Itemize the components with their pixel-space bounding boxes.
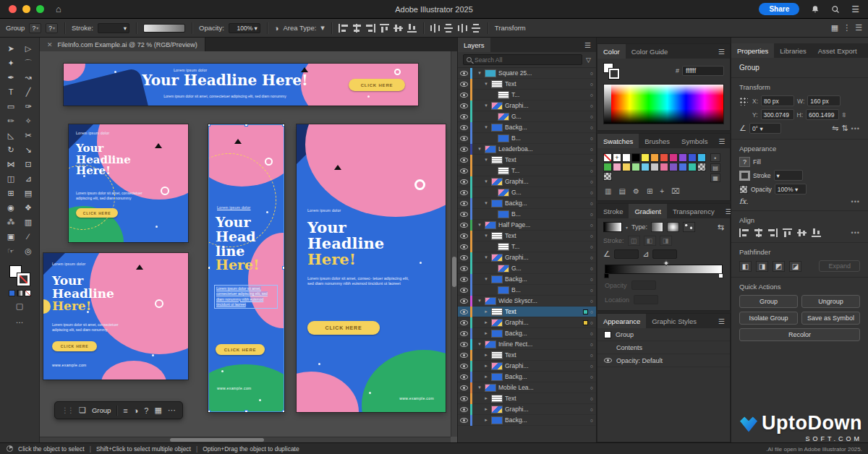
reference-point-locator[interactable] xyxy=(739,97,748,106)
share-button[interactable]: Share xyxy=(759,3,799,15)
context-task-bar[interactable]: ⋮⋮ ❏ Group ≡ ◑ ? ▦ ⋯ xyxy=(54,401,183,419)
tab-brushes[interactable]: Brushes xyxy=(639,134,676,148)
perspective-grid-tool[interactable]: ⊿ xyxy=(20,171,37,186)
layer-row[interactable]: ▸Graphi...○ xyxy=(458,404,596,415)
group-button[interactable]: Group xyxy=(739,295,798,308)
notifications-bell-icon[interactable] xyxy=(811,5,820,14)
workspace-menu-icon[interactable]: ☰ xyxy=(855,23,862,33)
scissors-tool[interactable]: ✂ xyxy=(20,128,37,142)
expand-chevron-icon[interactable]: ▸ xyxy=(483,363,489,369)
document-tab[interactable]: ✕ FileInfo.com Example.ai @ 72 % (RGB/Pr… xyxy=(40,38,205,51)
swatch-view-small-icon[interactable]: ▪ xyxy=(710,153,720,162)
target-icon[interactable]: ○ xyxy=(590,364,593,369)
swatch[interactable] xyxy=(622,163,631,171)
stop-opacity-field[interactable] xyxy=(631,280,656,290)
expand-chevron-icon[interactable]: ▾ xyxy=(483,157,489,163)
panel-menu-icon[interactable]: ☰ xyxy=(713,44,730,59)
opacity-field[interactable]: 100% ▾ xyxy=(775,184,807,194)
tab-symbols[interactable]: Symbols xyxy=(676,134,713,148)
stroke-gradient-along-icon[interactable]: ◧ xyxy=(644,236,656,246)
appearance-row-group[interactable]: Group xyxy=(597,328,730,341)
align-right-icon[interactable] xyxy=(366,24,375,33)
appearance-row-contents[interactable]: Contents xyxy=(597,341,730,354)
expand-chevron-icon[interactable]: ▸ xyxy=(483,417,489,423)
visibility-eye-icon[interactable] xyxy=(460,136,468,141)
target-icon[interactable]: ○ xyxy=(590,136,593,141)
reverse-gradient-icon[interactable]: ⇆ xyxy=(718,223,724,232)
target-icon[interactable]: ○ xyxy=(590,244,593,249)
stroke-weight-field[interactable]: ▾ xyxy=(98,23,129,33)
arrange-icon[interactable]: ≡ xyxy=(123,406,127,415)
layer-row[interactable]: ▾Inline Rect...○ xyxy=(458,339,596,350)
free-transform-tool[interactable]: ⊡ xyxy=(20,157,37,171)
visibility-eye-icon[interactable] xyxy=(460,168,468,174)
distribute-horizontal-icon[interactable] xyxy=(430,24,440,33)
transform-x-field[interactable]: 80 px xyxy=(761,95,794,106)
layer-row[interactable]: ▾Backg...○ xyxy=(458,198,596,209)
stop-location-field[interactable] xyxy=(634,295,658,304)
eraser-tool[interactable]: ◺ xyxy=(2,128,20,142)
panel-menu-icon[interactable]: ☰ xyxy=(713,134,730,148)
pen-tool[interactable]: ✒ xyxy=(2,70,20,85)
visibility-eye-icon[interactable] xyxy=(460,288,468,293)
align-right-icon[interactable] xyxy=(768,228,778,237)
transform-h-field[interactable]: 600.1499 xyxy=(806,109,839,120)
arrange-documents-icon[interactable]: ▦ xyxy=(831,23,838,33)
align-horizontal-center-icon[interactable] xyxy=(754,228,763,237)
selection-tool[interactable]: ➤ xyxy=(2,41,20,56)
selection-handle[interactable] xyxy=(208,266,210,270)
tab-asset-export[interactable]: Asset Export xyxy=(812,43,863,58)
pathfinder-minus-front-icon[interactable]: ◨ xyxy=(756,261,768,272)
layer-row[interactable]: T...○ xyxy=(458,90,596,100)
gradient-angle-field[interactable] xyxy=(614,249,639,259)
layer-row[interactable]: ▾Graphi...○ xyxy=(458,176,596,187)
more-options-icon[interactable]: ••• xyxy=(851,229,860,236)
fill-stroke-indicator[interactable] xyxy=(603,63,619,79)
layer-row[interactable]: ▸Backg...○ xyxy=(458,415,596,426)
visibility-eye-icon[interactable] xyxy=(460,407,468,412)
target-icon[interactable]: ○ xyxy=(590,309,593,314)
swatch-view-grid-icon[interactable]: ▦ xyxy=(710,174,720,182)
swatch[interactable] xyxy=(631,153,640,162)
target-icon[interactable]: ○ xyxy=(590,418,593,423)
expand-chevron-icon[interactable]: ▸ xyxy=(483,309,489,314)
align-vertical-center-icon[interactable] xyxy=(393,24,403,33)
tab-gradient[interactable]: Gradient xyxy=(629,204,666,218)
hex-input[interactable] xyxy=(682,66,724,76)
swatch[interactable] xyxy=(660,153,668,162)
visibility-eye-icon[interactable] xyxy=(460,103,468,108)
target-icon[interactable]: ○ xyxy=(590,342,593,347)
visibility-eye-icon[interactable] xyxy=(460,234,468,239)
target-icon[interactable]: ○ xyxy=(590,223,593,228)
search-icon[interactable] xyxy=(831,5,840,14)
swatch[interactable] xyxy=(669,153,678,162)
swatch[interactable] xyxy=(697,163,706,171)
gradient-tool[interactable]: ▤ xyxy=(20,186,37,200)
layer-row[interactable]: ▾Text○ xyxy=(458,231,596,241)
expand-chevron-icon[interactable]: ▾ xyxy=(477,70,482,76)
rotate-angle-field[interactable]: 0° ▾ xyxy=(749,123,781,134)
flip-horizontal-icon[interactable]: ⇋ xyxy=(832,124,838,133)
visibility-eye-icon[interactable] xyxy=(460,385,468,390)
visibility-eye-icon[interactable] xyxy=(604,358,612,363)
tab-color-guide[interactable]: Color Guide xyxy=(626,44,674,59)
target-icon[interactable]: ○ xyxy=(590,288,593,293)
target-icon[interactable]: ○ xyxy=(590,266,593,271)
expand-chevron-icon[interactable]: ▾ xyxy=(483,254,489,260)
target-icon[interactable]: ○ xyxy=(590,234,593,239)
radial-gradient-button[interactable] xyxy=(667,222,679,232)
target-icon[interactable]: ○ xyxy=(590,407,593,412)
column-graph-tool[interactable]: ▥ xyxy=(20,215,37,229)
target-icon[interactable]: ○ xyxy=(590,71,593,76)
swatch[interactable] xyxy=(688,163,697,171)
layer-row[interactable]: B...○ xyxy=(458,285,596,296)
expand-chevron-icon[interactable]: ▾ xyxy=(477,146,482,152)
rectangle-tool[interactable]: ▭ xyxy=(2,99,20,113)
stroke-color-dropdown[interactable]: ?▾ xyxy=(46,23,58,33)
layer-row[interactable]: ▾Square 25...○ xyxy=(458,68,596,79)
artboard-halfpage[interactable]: Lorem ipsum dolor Your Headline Here! Lo… xyxy=(297,124,446,412)
isolate-group-button[interactable]: Isolate Group xyxy=(739,312,798,325)
more-tools-button[interactable]: … xyxy=(16,316,24,325)
layer-row[interactable]: G...○ xyxy=(458,263,596,274)
expand-chevron-icon[interactable]: ▾ xyxy=(477,341,482,347)
